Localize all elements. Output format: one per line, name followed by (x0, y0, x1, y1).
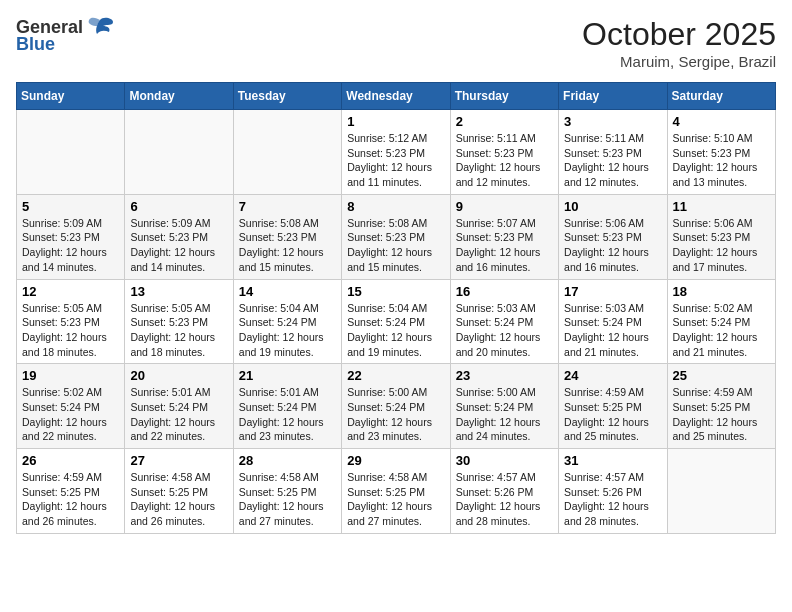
day-info: Sunrise: 5:04 AM Sunset: 5:24 PM Dayligh… (347, 301, 444, 360)
calendar-cell: 16Sunrise: 5:03 AM Sunset: 5:24 PM Dayli… (450, 279, 558, 364)
calendar-cell: 20Sunrise: 5:01 AM Sunset: 5:24 PM Dayli… (125, 364, 233, 449)
day-info: Sunrise: 5:06 AM Sunset: 5:23 PM Dayligh… (673, 216, 770, 275)
calendar-cell: 9Sunrise: 5:07 AM Sunset: 5:23 PM Daylig… (450, 194, 558, 279)
calendar-cell: 18Sunrise: 5:02 AM Sunset: 5:24 PM Dayli… (667, 279, 775, 364)
page-header: General Blue October 2025 Maruim, Sergip… (16, 16, 776, 70)
day-number: 11 (673, 199, 770, 214)
calendar-cell: 11Sunrise: 5:06 AM Sunset: 5:23 PM Dayli… (667, 194, 775, 279)
day-header-thursday: Thursday (450, 83, 558, 110)
day-header-monday: Monday (125, 83, 233, 110)
calendar-cell (667, 449, 775, 534)
day-number: 27 (130, 453, 227, 468)
day-info: Sunrise: 5:02 AM Sunset: 5:24 PM Dayligh… (22, 385, 119, 444)
calendar-cell (233, 110, 341, 195)
calendar-cell: 22Sunrise: 5:00 AM Sunset: 5:24 PM Dayli… (342, 364, 450, 449)
day-info: Sunrise: 4:58 AM Sunset: 5:25 PM Dayligh… (347, 470, 444, 529)
calendar-cell: 8Sunrise: 5:08 AM Sunset: 5:23 PM Daylig… (342, 194, 450, 279)
day-info: Sunrise: 5:09 AM Sunset: 5:23 PM Dayligh… (130, 216, 227, 275)
title-block: October 2025 Maruim, Sergipe, Brazil (582, 16, 776, 70)
calendar-cell: 27Sunrise: 4:58 AM Sunset: 5:25 PM Dayli… (125, 449, 233, 534)
calendar-table: SundayMondayTuesdayWednesdayThursdayFrid… (16, 82, 776, 534)
week-row-4: 19Sunrise: 5:02 AM Sunset: 5:24 PM Dayli… (17, 364, 776, 449)
day-number: 18 (673, 284, 770, 299)
day-number: 9 (456, 199, 553, 214)
day-number: 8 (347, 199, 444, 214)
calendar-cell (125, 110, 233, 195)
day-header-sunday: Sunday (17, 83, 125, 110)
calendar-cell: 24Sunrise: 4:59 AM Sunset: 5:25 PM Dayli… (559, 364, 667, 449)
logo-blue-text: Blue (16, 34, 55, 55)
day-info: Sunrise: 5:10 AM Sunset: 5:23 PM Dayligh… (673, 131, 770, 190)
day-info: Sunrise: 5:05 AM Sunset: 5:23 PM Dayligh… (130, 301, 227, 360)
day-number: 26 (22, 453, 119, 468)
calendar-cell: 14Sunrise: 5:04 AM Sunset: 5:24 PM Dayli… (233, 279, 341, 364)
day-info: Sunrise: 4:59 AM Sunset: 5:25 PM Dayligh… (673, 385, 770, 444)
day-header-friday: Friday (559, 83, 667, 110)
day-info: Sunrise: 5:00 AM Sunset: 5:24 PM Dayligh… (347, 385, 444, 444)
day-number: 31 (564, 453, 661, 468)
calendar-cell: 23Sunrise: 5:00 AM Sunset: 5:24 PM Dayli… (450, 364, 558, 449)
day-info: Sunrise: 5:06 AM Sunset: 5:23 PM Dayligh… (564, 216, 661, 275)
day-number: 3 (564, 114, 661, 129)
day-number: 19 (22, 368, 119, 383)
calendar-cell: 10Sunrise: 5:06 AM Sunset: 5:23 PM Dayli… (559, 194, 667, 279)
day-header-saturday: Saturday (667, 83, 775, 110)
calendar-cell: 15Sunrise: 5:04 AM Sunset: 5:24 PM Dayli… (342, 279, 450, 364)
calendar-cell: 19Sunrise: 5:02 AM Sunset: 5:24 PM Dayli… (17, 364, 125, 449)
day-number: 16 (456, 284, 553, 299)
day-number: 7 (239, 199, 336, 214)
calendar-cell: 4Sunrise: 5:10 AM Sunset: 5:23 PM Daylig… (667, 110, 775, 195)
day-number: 22 (347, 368, 444, 383)
day-number: 17 (564, 284, 661, 299)
day-info: Sunrise: 4:57 AM Sunset: 5:26 PM Dayligh… (564, 470, 661, 529)
day-info: Sunrise: 5:12 AM Sunset: 5:23 PM Dayligh… (347, 131, 444, 190)
day-number: 30 (456, 453, 553, 468)
day-number: 23 (456, 368, 553, 383)
day-info: Sunrise: 4:59 AM Sunset: 5:25 PM Dayligh… (564, 385, 661, 444)
calendar-cell: 28Sunrise: 4:58 AM Sunset: 5:25 PM Dayli… (233, 449, 341, 534)
day-number: 2 (456, 114, 553, 129)
day-number: 25 (673, 368, 770, 383)
calendar-header-row: SundayMondayTuesdayWednesdayThursdayFrid… (17, 83, 776, 110)
day-number: 24 (564, 368, 661, 383)
day-info: Sunrise: 5:11 AM Sunset: 5:23 PM Dayligh… (564, 131, 661, 190)
calendar-cell: 1Sunrise: 5:12 AM Sunset: 5:23 PM Daylig… (342, 110, 450, 195)
calendar-cell: 3Sunrise: 5:11 AM Sunset: 5:23 PM Daylig… (559, 110, 667, 195)
day-info: Sunrise: 5:01 AM Sunset: 5:24 PM Dayligh… (130, 385, 227, 444)
day-info: Sunrise: 5:05 AM Sunset: 5:23 PM Dayligh… (22, 301, 119, 360)
week-row-5: 26Sunrise: 4:59 AM Sunset: 5:25 PM Dayli… (17, 449, 776, 534)
calendar-cell: 6Sunrise: 5:09 AM Sunset: 5:23 PM Daylig… (125, 194, 233, 279)
day-info: Sunrise: 5:02 AM Sunset: 5:24 PM Dayligh… (673, 301, 770, 360)
day-info: Sunrise: 5:07 AM Sunset: 5:23 PM Dayligh… (456, 216, 553, 275)
day-info: Sunrise: 5:03 AM Sunset: 5:24 PM Dayligh… (456, 301, 553, 360)
day-number: 21 (239, 368, 336, 383)
month-title: October 2025 (582, 16, 776, 53)
day-info: Sunrise: 4:58 AM Sunset: 5:25 PM Dayligh… (239, 470, 336, 529)
day-info: Sunrise: 4:57 AM Sunset: 5:26 PM Dayligh… (456, 470, 553, 529)
location: Maruim, Sergipe, Brazil (582, 53, 776, 70)
calendar-cell: 17Sunrise: 5:03 AM Sunset: 5:24 PM Dayli… (559, 279, 667, 364)
week-row-1: 1Sunrise: 5:12 AM Sunset: 5:23 PM Daylig… (17, 110, 776, 195)
calendar-cell: 12Sunrise: 5:05 AM Sunset: 5:23 PM Dayli… (17, 279, 125, 364)
calendar-cell: 26Sunrise: 4:59 AM Sunset: 5:25 PM Dayli… (17, 449, 125, 534)
day-info: Sunrise: 4:59 AM Sunset: 5:25 PM Dayligh… (22, 470, 119, 529)
calendar-body: 1Sunrise: 5:12 AM Sunset: 5:23 PM Daylig… (17, 110, 776, 534)
day-number: 10 (564, 199, 661, 214)
day-number: 20 (130, 368, 227, 383)
day-info: Sunrise: 5:08 AM Sunset: 5:23 PM Dayligh… (347, 216, 444, 275)
calendar-cell: 7Sunrise: 5:08 AM Sunset: 5:23 PM Daylig… (233, 194, 341, 279)
day-number: 28 (239, 453, 336, 468)
day-info: Sunrise: 5:00 AM Sunset: 5:24 PM Dayligh… (456, 385, 553, 444)
day-info: Sunrise: 5:09 AM Sunset: 5:23 PM Dayligh… (22, 216, 119, 275)
day-number: 14 (239, 284, 336, 299)
day-header-tuesday: Tuesday (233, 83, 341, 110)
day-number: 4 (673, 114, 770, 129)
week-row-2: 5Sunrise: 5:09 AM Sunset: 5:23 PM Daylig… (17, 194, 776, 279)
logo: General Blue (16, 16, 115, 55)
week-row-3: 12Sunrise: 5:05 AM Sunset: 5:23 PM Dayli… (17, 279, 776, 364)
day-number: 15 (347, 284, 444, 299)
day-number: 13 (130, 284, 227, 299)
day-number: 1 (347, 114, 444, 129)
calendar-cell: 29Sunrise: 4:58 AM Sunset: 5:25 PM Dayli… (342, 449, 450, 534)
day-info: Sunrise: 5:11 AM Sunset: 5:23 PM Dayligh… (456, 131, 553, 190)
